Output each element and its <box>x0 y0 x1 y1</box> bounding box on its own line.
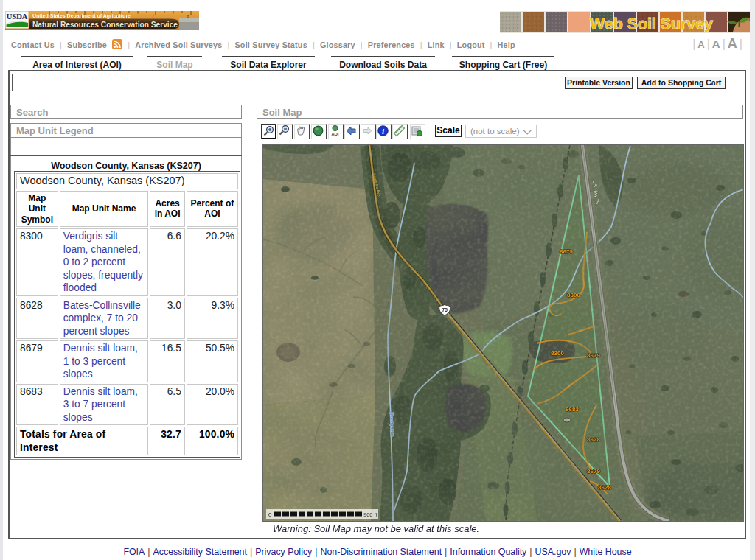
svg-text:USDA: USDA <box>7 12 28 21</box>
svg-text:AOI: AOI <box>332 132 339 136</box>
svg-text:75: 75 <box>442 307 448 312</box>
svg-text:900 ft: 900 ft <box>363 511 378 518</box>
svg-text:Web Soil Survey: Web Soil Survey <box>590 15 713 32</box>
svg-text:Natural Resources Conservation: Natural Resources Conservation Service <box>32 20 178 29</box>
svg-text:0: 0 <box>268 511 272 518</box>
svg-text:7: 7 <box>152 14 154 18</box>
svg-text:United States Department of Ag: United States Department of Agriculture <box>32 13 131 19</box>
svg-text:6: 6 <box>187 14 189 18</box>
